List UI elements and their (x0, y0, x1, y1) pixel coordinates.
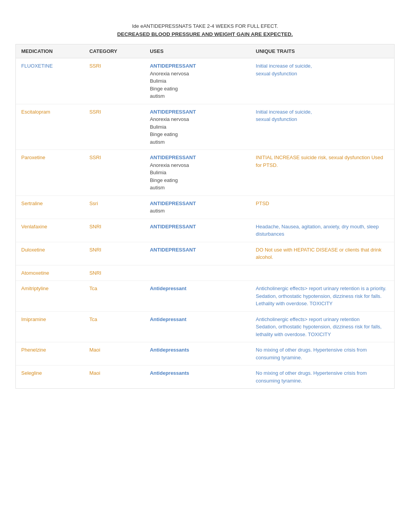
cell-category: SSRI (84, 58, 144, 104)
cell-category: SNRI (84, 242, 144, 265)
cell-category: SNRI (84, 219, 144, 242)
table-header-row: MEDICATION CATEGORY USES UNIQUE TRAITS (16, 44, 394, 58)
medication-table: MEDICATION CATEGORY USES UNIQUE TRAITS F… (16, 44, 394, 388)
cell-unique-traits: No mixing of other drugs. Hypertensive c… (251, 342, 394, 365)
cell-category: Maoi (84, 342, 144, 365)
cell-uses: Antidepressant (144, 281, 250, 312)
cell-unique-traits: Initial increase of suicide, sexual dysf… (251, 104, 394, 150)
table-row: DuloxetineSNRIANTIDEPRESSANTDO Not use w… (16, 242, 394, 265)
cell-unique-traits: INITIAL INCREASE suicide risk, sexual dy… (251, 150, 394, 196)
table-row: ImipramineTcaAntidepressantAnticholinerg… (16, 311, 394, 342)
cell-uses: ANTIDEPRESSANTautism (144, 195, 250, 219)
cell-uses: Antidepressants (144, 342, 250, 365)
table-row: AtomoxetineSNRI (16, 265, 394, 281)
cell-unique-traits: Anticholinergic effects> report urinary … (251, 281, 394, 312)
cell-medication: Imipramine (16, 311, 84, 342)
cell-category: SSRI (84, 150, 144, 196)
table-row: PhenelzineMaoiAntidepressantsNo mixing o… (16, 342, 394, 365)
cell-unique-traits: PTSD (251, 195, 394, 219)
cell-uses: ANTIDEPRESSANT (144, 219, 250, 242)
cell-uses: ANTIDEPRESSANT (144, 242, 250, 265)
cell-uses: ANTIDEPRESSANTAnorexia nervosaBulimiaBin… (144, 58, 250, 104)
cell-category: Tca (84, 281, 144, 312)
table-row: AmitriptylineTcaAntidepressantAnticholin… (16, 281, 394, 312)
cell-category: Maoi (84, 365, 144, 389)
cell-uses: Antidepressant (144, 311, 250, 342)
page-header: Ide eANTIDEPRESSNATS TAKE 2-4 WEEKS FOR … (15, 23, 395, 37)
cell-medication: Escitalopram (16, 104, 84, 150)
cell-uses (144, 265, 250, 281)
col-header-medication: MEDICATION (16, 44, 84, 58)
table-row: SertralineSsriANTIDEPRESSANTautismPTSD (16, 195, 394, 219)
cell-medication: Duloxetine (16, 242, 84, 265)
cell-uses: Antidepressants (144, 365, 250, 389)
cell-medication: Phenelzine (16, 342, 84, 365)
cell-medication: Venlafaxine (16, 219, 84, 242)
cell-medication: Selegline (16, 365, 84, 389)
col-header-category: CATEGORY (84, 44, 144, 58)
cell-medication: FLUOXETINE (16, 58, 84, 104)
cell-uses: ANTIDEPRESSANTAnorexia nervosaBulimiaBin… (144, 150, 250, 196)
cell-unique-traits: Initial increase of suicide, sexual dysf… (251, 58, 394, 104)
main-table-wrapper: MEDICATION CATEGORY USES UNIQUE TRAITS F… (15, 44, 395, 389)
col-header-unique: UNIQUE TRAITS (251, 44, 394, 58)
cell-unique-traits: No mixing of other drugs. Hypertensive c… (251, 365, 394, 389)
cell-medication: Sertraline (16, 195, 84, 219)
table-row: VenlafaxineSNRIANTIDEPRESSANTHeadache, N… (16, 219, 394, 242)
cell-unique-traits (251, 265, 394, 281)
cell-category: SSRI (84, 104, 144, 150)
cell-uses: ANTIDEPRESSANTAnorexia nervosaBulimiaBin… (144, 104, 250, 150)
cell-category: SNRI (84, 265, 144, 281)
cell-medication: Amitriptyline (16, 281, 84, 312)
cell-category: Ssri (84, 195, 144, 219)
table-row: ParoxetineSSRIANTIDEPRESSANTAnorexia ner… (16, 150, 394, 196)
cell-medication: Paroxetine (16, 150, 84, 196)
cell-category: Tca (84, 311, 144, 342)
cell-medication: Atomoxetine (16, 265, 84, 281)
cell-unique-traits: Anticholinergic effects> report urinary … (251, 311, 394, 342)
cell-unique-traits: DO Not use with HEPATIC DISEASE or clien… (251, 242, 394, 265)
cell-unique-traits: Headache, Nausea, agitation, anxiety, dr… (251, 219, 394, 242)
header-line1: Ide eANTIDEPRESSNATS TAKE 2-4 WEEKS FOR … (15, 23, 395, 29)
col-header-uses: USES (144, 44, 250, 58)
table-row: FLUOXETINESSRIANTIDEPRESSANTAnorexia ner… (16, 58, 394, 104)
header-line2: DECREASED BLOOD PRESSURE AND WEIGHT GAIN… (15, 31, 395, 37)
table-row: EscitalopramSSRIANTIDEPRESSANTAnorexia n… (16, 104, 394, 150)
table-row: SeleglineMaoiAntidepressantsNo mixing of… (16, 365, 394, 389)
